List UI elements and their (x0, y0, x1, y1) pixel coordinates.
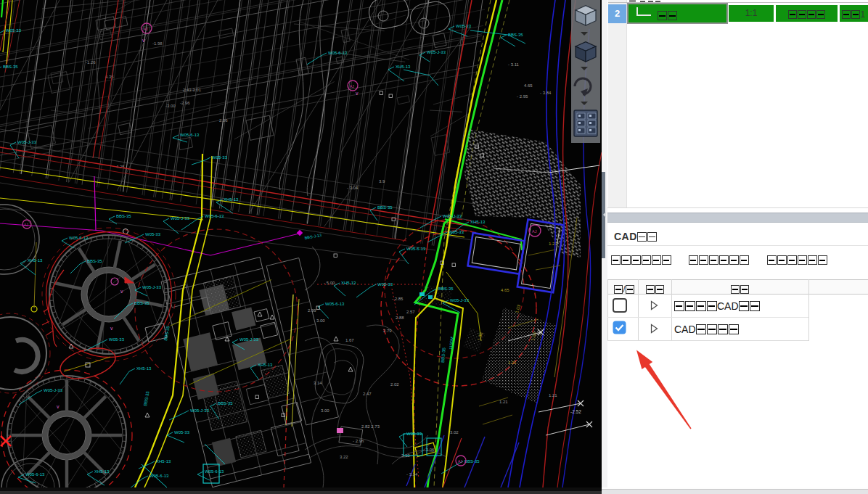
svg-text:3.9: 3.9 (379, 179, 385, 184)
svg-text:XH5-13: XH5-13 (470, 220, 486, 224)
svg-text:2.88: 2.88 (396, 316, 404, 320)
svg-text:XH5-13: XH5-13 (136, 366, 152, 371)
svg-text:W05-6-13: W05-6-13 (328, 51, 348, 55)
svg-text:-2.96: -2.96 (180, 101, 190, 105)
svg-text:W05-J-33: W05-J-33 (171, 216, 190, 221)
svg-text:-3.00: -3.00 (165, 104, 176, 108)
svg-text:v: v (356, 91, 359, 96)
svg-text:- 3.84: - 3.84 (540, 91, 552, 95)
svg-text:BBS-35: BBS-35 (508, 33, 523, 37)
svg-text:BBS-35: BBS-35 (3, 65, 18, 69)
svg-text:W05-6-13: W05-6-13 (406, 247, 426, 251)
svg-text:W05-6-13: W05-6-13 (325, 302, 345, 306)
svg-text:4.65: 4.65 (501, 288, 509, 292)
svg-text:W05-J-33: W05-J-33 (450, 298, 470, 302)
svg-text:BBS-35: BBS-35 (438, 287, 454, 291)
svg-text:W05-33: W05-33 (212, 155, 228, 160)
svg-text:- 3.11: - 3.11 (508, 62, 520, 67)
svg-text:-1.98: -1.98 (152, 41, 163, 46)
svg-text:W05-J-33: W05-J-33 (443, 214, 462, 218)
svg-text:2.99: 2.99 (308, 308, 316, 313)
svg-text:- 3.06: - 3.06 (423, 448, 435, 452)
svg-text:XH5-13: XH5-13 (341, 281, 356, 285)
svg-text:4.65: 4.65 (524, 83, 533, 88)
svg-text:2.96: 2.96 (219, 118, 228, 123)
svg-text:2.79: 2.79 (383, 329, 392, 333)
svg-text:W05-33: W05-33 (377, 282, 393, 287)
svg-text:AJ: AJ (458, 459, 462, 464)
svg-text:XH5-13: XH5-13 (28, 258, 43, 263)
svg-text:2.02: 2.02 (390, 382, 399, 387)
svg-text:W05-J-33: W05-J-33 (427, 50, 446, 54)
svg-text:1.21: 1.21 (499, 400, 508, 404)
svg-text:-2.52: -2.52 (570, 409, 581, 414)
svg-text:W05-33: W05-33 (449, 230, 464, 234)
svg-text:- 2.95: - 2.95 (517, 94, 528, 99)
svg-text:W05-J-33: W05-J-33 (142, 285, 162, 289)
svg-text:1.23: 1.23 (549, 242, 557, 246)
svg-text:BBS-35: BBS-35 (134, 301, 150, 305)
svg-text:3.14: 3.14 (314, 381, 322, 385)
svg-text:W05-6-13: W05-6-13 (205, 469, 224, 474)
svg-text:BBS-35: BBS-35 (377, 205, 393, 210)
svg-text:W05-6-13: W05-6-13 (180, 133, 200, 137)
svg-text:AJ: AJ (144, 27, 148, 31)
svg-text:XH5-13: XH5-13 (396, 65, 411, 69)
svg-text:BBS-35: BBS-35 (87, 259, 102, 263)
svg-text:v: v (142, 38, 145, 43)
svg-text:BBS-35: BBS-35 (218, 401, 233, 406)
svg-text:W05-6-13: W05-6-13 (69, 236, 89, 240)
svg-text:3.00: 3.00 (316, 318, 325, 323)
svg-text:- 5.00: - 5.00 (324, 281, 335, 285)
svg-text:-1.26: -1.26 (86, 60, 96, 65)
svg-text:W05-33: W05-33 (456, 24, 472, 28)
svg-text:W05-J-33: W05-J-33 (44, 388, 63, 392)
svg-text:W05-33: W05-33 (109, 337, 125, 342)
svg-text:W05-J-33: W05-J-33 (190, 408, 210, 413)
svg-text:1.21: 1.21 (549, 393, 557, 398)
svg-text:3.02: 3.02 (450, 430, 459, 435)
svg-text:W05-6-13: W05-6-13 (25, 472, 45, 477)
svg-text:BBS-35: BBS-35 (464, 459, 480, 464)
svg-text:- 3.04: - 3.04 (347, 186, 359, 190)
svg-text:- 3.14: - 3.14 (406, 472, 418, 477)
svg-text:2.47: 2.47 (363, 392, 372, 396)
svg-text:1.21: 1.21 (508, 361, 517, 365)
svg-text:W05-6-13: W05-6-13 (205, 214, 224, 218)
svg-text:W05-J-33: W05-J-33 (17, 140, 37, 144)
svg-text:W05-33: W05-33 (6, 28, 22, 33)
svg-text:XH5-13: XH5-13 (258, 363, 273, 367)
svg-text:W05-33: W05-33 (145, 232, 161, 236)
svg-text:2.57: 2.57 (406, 310, 415, 314)
svg-text:XH5-13: XH5-13 (94, 469, 110, 474)
svg-text:3.00: 3.00 (321, 408, 329, 413)
svg-text:3.22: 3.22 (340, 455, 348, 459)
svg-text:BBS-35: BBS-35 (116, 214, 131, 218)
svg-text:- 2.9h: - 2.9h (353, 439, 364, 443)
svg-text:v: v (120, 289, 123, 294)
svg-text:2.43 3.01: 2.43 3.01 (183, 88, 202, 92)
svg-text:1.67: 1.67 (345, 338, 354, 342)
svg-text:AJ: AJ (532, 229, 537, 234)
svg-text:XH5-13: XH5-13 (224, 197, 239, 202)
svg-text:XH5-13: XH5-13 (156, 459, 171, 464)
svg-text:v: v (57, 404, 60, 409)
svg-text:AJ: AJ (350, 84, 354, 88)
svg-text:W05-33: W05-33 (174, 430, 190, 435)
svg-text:- 2.85: - 2.85 (392, 297, 404, 301)
svg-text:v: v (110, 326, 113, 331)
svg-text:W05-J-33: W05-J-33 (239, 337, 259, 342)
svg-text:2.82 2.73: 2.82 2.73 (361, 424, 380, 429)
svg-text:AJ: AJ (24, 223, 28, 227)
